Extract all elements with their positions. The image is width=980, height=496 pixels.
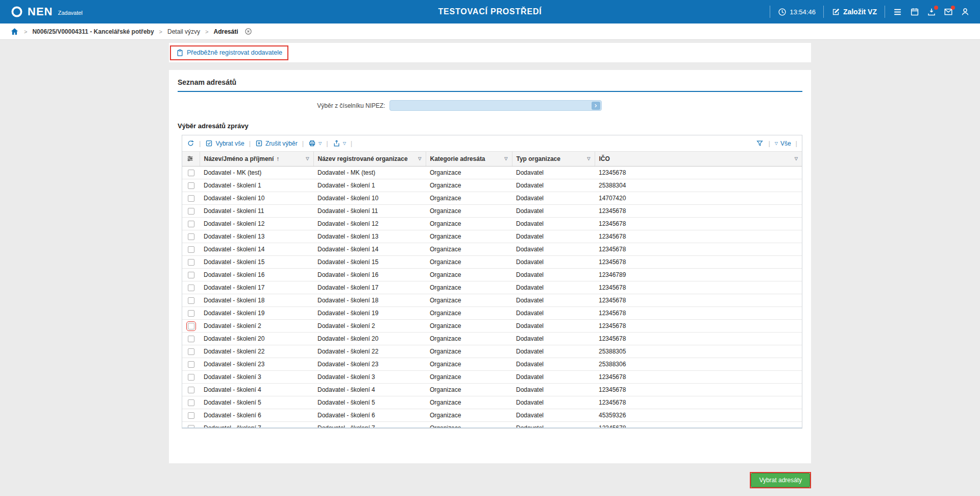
cell-category: Organizace (426, 370, 512, 383)
table-row[interactable]: Dodavatel - školení 6 Dodavatel - školen… (182, 409, 802, 421)
row-checkbox[interactable] (188, 272, 194, 278)
filter-chevron-icon[interactable]: ▽ (306, 156, 309, 161)
column-header-name[interactable]: Název/Jméno a příjmení ↑ ▽ (200, 152, 313, 166)
app-logo[interactable]: NEN Zadavatel (10, 5, 83, 18)
clock-display: 13:54:46 (778, 8, 816, 16)
row-checkbox[interactable] (188, 195, 194, 202)
table-row[interactable]: Dodavatel - MK (test) Dodavatel - MK (te… (182, 166, 802, 179)
row-checkbox[interactable] (188, 387, 194, 393)
row-checkbox[interactable] (188, 297, 194, 304)
cell-type: Dodavatel (512, 179, 595, 192)
cell-org: Dodavatel - školení 15 (313, 255, 426, 268)
chevron-down-icon[interactable]: ▽ (318, 141, 322, 146)
table-row[interactable]: Dodavatel - školení 18 Dodavatel - škole… (182, 294, 802, 306)
column-header-ico[interactable]: IČO ▽ (595, 152, 802, 166)
filter-button[interactable] (756, 139, 764, 147)
table-row[interactable]: Dodavatel - školení 1 Dodavatel - školen… (182, 179, 802, 192)
column-settings-icon (186, 155, 195, 162)
table-row[interactable]: Dodavatel - školení 22 Dodavatel - škole… (182, 345, 802, 358)
table-row[interactable]: Dodavatel - školení 16 Dodavatel - škole… (182, 268, 802, 281)
table-row[interactable]: Dodavatel - školení 11 Dodavatel - škole… (182, 204, 802, 217)
column-header-type[interactable]: Typ organizace ▽ (512, 152, 595, 166)
preregister-supplier-button[interactable]: Předběžně registrovat dodavatele (170, 45, 288, 60)
row-checkbox[interactable] (188, 425, 194, 428)
table-row[interactable]: Dodavatel - školení 17 Dodavatel - škole… (182, 281, 802, 294)
view-filter-all-button[interactable]: ▽ Vše (775, 140, 791, 147)
table-row[interactable]: Dodavatel - školení 3 Dodavatel - školen… (182, 370, 802, 383)
breadcrumb-item-detail[interactable]: Detail výzvy (167, 28, 200, 35)
table-row[interactable]: Dodavatel - školení 14 Dodavatel - škole… (182, 243, 802, 255)
row-checkbox[interactable] (188, 412, 194, 419)
row-checkbox[interactable] (188, 182, 194, 189)
create-vz-button[interactable]: Založit VZ (831, 8, 877, 16)
cell-category: Organizace (426, 294, 512, 306)
row-checkbox[interactable] (188, 208, 194, 215)
export-button[interactable]: ▽ (333, 139, 346, 147)
print-button[interactable]: ▽ (308, 139, 322, 147)
cell-org: Dodavatel - školení 6 (313, 409, 426, 421)
table-row[interactable]: Dodavatel - školení 7 Dodavatel - školen… (182, 421, 802, 428)
table-row[interactable]: Dodavatel - školení 10 Dodavatel - škole… (182, 192, 802, 204)
cell-name: Dodavatel - školení 22 (200, 345, 313, 358)
row-checkbox[interactable] (188, 221, 194, 227)
chevron-right-icon[interactable] (592, 102, 600, 110)
menu-button[interactable] (893, 7, 902, 17)
breadcrumb-item-adresati[interactable]: Adresáti (213, 28, 238, 35)
select-all-button[interactable]: Vybrat vše (205, 139, 244, 147)
cell-type: Dodavatel (512, 166, 595, 179)
cell-org: Dodavatel - školení 3 (313, 370, 426, 383)
messages-button[interactable] (944, 7, 953, 16)
nipez-codelist-field[interactable] (389, 100, 602, 111)
row-checkbox[interactable] (188, 310, 194, 317)
row-checkbox[interactable] (188, 259, 194, 266)
select-addressees-button[interactable]: Vybrat adresáty (751, 473, 810, 487)
chevron-down-icon[interactable]: ▽ (343, 141, 346, 146)
row-checkbox[interactable] (188, 285, 194, 291)
cell-ico: 12345678 (595, 306, 802, 319)
row-checkbox[interactable] (188, 336, 194, 342)
table-row[interactable]: Dodavatel - školení 4 Dodavatel - školen… (182, 383, 802, 396)
close-tab-icon[interactable] (244, 28, 252, 35)
row-checkbox[interactable] (188, 233, 194, 240)
refresh-button[interactable] (187, 139, 194, 147)
row-checkbox[interactable] (188, 348, 194, 355)
downloads-button[interactable] (927, 7, 936, 16)
cell-org: Dodavatel - školení 22 (313, 345, 426, 358)
row-checkbox[interactable] (188, 170, 194, 176)
breadcrumb-item-procurement[interactable]: N006/25/V00004311 - Kancelářské potřeby (32, 28, 154, 35)
row-checkbox[interactable] (188, 399, 194, 406)
notification-badge (934, 6, 938, 10)
table-row[interactable]: Dodavatel - školení 23 Dodavatel - škole… (182, 358, 802, 370)
cell-type: Dodavatel (512, 396, 595, 409)
row-checkbox[interactable] (188, 374, 194, 381)
filter-chevron-icon[interactable]: ▽ (795, 156, 798, 161)
table-row[interactable]: Dodavatel - školení 20 Dodavatel - škole… (182, 332, 802, 345)
filter-chevron-icon[interactable]: ▽ (418, 156, 421, 161)
section-subtitle: Výběr adresátů zprávy (178, 122, 802, 130)
filter-chevron-icon[interactable]: ▽ (587, 156, 590, 161)
row-checkbox[interactable] (188, 323, 194, 329)
column-settings-header[interactable] (182, 152, 200, 166)
filter-chevron-icon[interactable]: ▽ (504, 156, 507, 161)
cell-category: Organizace (426, 255, 512, 268)
person-icon (961, 7, 970, 16)
table-row[interactable]: Dodavatel - školení 2 Dodavatel - školen… (182, 319, 802, 332)
table-row[interactable]: Dodavatel - školení 19 Dodavatel - škole… (182, 306, 802, 319)
cell-org: Dodavatel - školení 16 (313, 268, 426, 281)
clear-selection-button[interactable]: Zrušit výběr (255, 139, 298, 147)
cell-org: Dodavatel - školení 1 (313, 179, 426, 192)
cell-name: Dodavatel - školení 7 (200, 421, 313, 428)
table-row[interactable]: Dodavatel - školení 5 Dodavatel - školen… (182, 396, 802, 409)
calendar-button[interactable] (910, 7, 919, 16)
table-row[interactable]: Dodavatel - školení 12 Dodavatel - škole… (182, 217, 802, 230)
home-icon[interactable] (10, 27, 19, 36)
column-header-org[interactable]: Název registrované organizace ▽ (313, 152, 426, 166)
table-row[interactable]: Dodavatel - školení 13 Dodavatel - škole… (182, 230, 802, 243)
row-checkbox[interactable] (188, 361, 194, 368)
row-checkbox[interactable] (188, 246, 194, 253)
topbar-separator (823, 6, 824, 18)
column-header-category[interactable]: Kategorie adresáta ▽ (426, 152, 512, 166)
table-row[interactable]: Dodavatel - školení 15 Dodavatel - škole… (182, 255, 802, 268)
environment-title: TESTOVACÍ PROSTŘEDÍ (438, 7, 542, 16)
user-profile-button[interactable] (961, 7, 970, 16)
